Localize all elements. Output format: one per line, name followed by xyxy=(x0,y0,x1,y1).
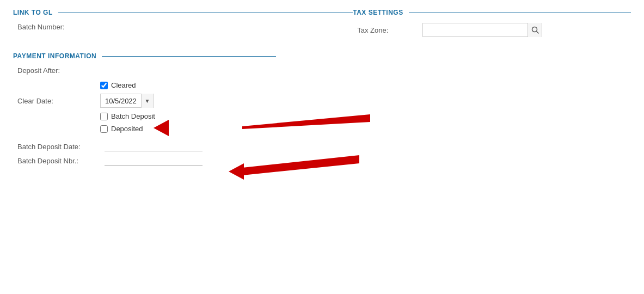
tax-zone-search-icon[interactable] xyxy=(528,23,542,37)
batch-deposit-date-label: Batch Deposit Date: xyxy=(17,143,105,151)
tax-zone-label: Tax Zone: xyxy=(357,26,422,34)
clear-date-picker[interactable]: 10/5/2022 ▼ xyxy=(100,94,154,108)
batch-deposit-nbr-label: Batch Deposit Nbr.: xyxy=(17,157,105,165)
payment-information-section: PAYMENT INFORMATION Deposit After: Clear… xyxy=(13,52,631,166)
batch-number-row: Batch Number: xyxy=(13,23,353,31)
cleared-checkbox[interactable] xyxy=(100,82,108,89)
clear-date-row: Clear Date: 10/5/2022 ▼ xyxy=(13,94,631,108)
cleared-row: Cleared xyxy=(100,81,631,89)
batch-deposit-nbr-row: Batch Deposit Nbr.: xyxy=(17,156,631,166)
cleared-label[interactable]: Cleared xyxy=(111,81,136,89)
svg-line-1 xyxy=(536,32,538,34)
link-to-gl-header: LINK TO GL xyxy=(13,9,353,16)
deposited-checkbox[interactable] xyxy=(100,125,108,133)
tax-zone-row: Tax Zone: xyxy=(353,23,631,37)
batch-number-label: Batch Number: xyxy=(17,23,83,31)
clear-date-dropdown-btn[interactable]: ▼ xyxy=(141,94,153,108)
payment-information-header: PAYMENT INFORMATION xyxy=(13,52,631,60)
tax-zone-input[interactable] xyxy=(423,25,528,35)
clear-date-label: Clear Date: xyxy=(17,97,100,105)
batch-deposit-nbr-value xyxy=(105,156,203,166)
tax-settings-divider xyxy=(409,13,631,13)
batch-deposit-date-row: Batch Deposit Date: xyxy=(17,142,631,151)
tax-settings-title: TAX SETTINGS xyxy=(353,9,403,16)
link-to-gl-title: LINK TO GL xyxy=(13,9,53,16)
cleared-checkbox-group: Cleared xyxy=(13,81,631,89)
deposit-after-row: Deposit After: xyxy=(13,66,631,75)
batch-deposit-label[interactable]: Batch Deposit xyxy=(111,112,155,120)
clear-date-value: 10/5/2022 xyxy=(101,96,141,106)
deposited-label[interactable]: Deposited xyxy=(111,125,143,133)
tax-settings-header: TAX SETTINGS xyxy=(353,9,631,16)
batch-deposit-row: Batch Deposit xyxy=(100,112,631,120)
bottom-fields: Batch Deposit Date: Batch Deposit Nbr.: xyxy=(13,142,631,166)
deposited-row: Deposited xyxy=(100,125,631,133)
deposit-after-label: Deposit After: xyxy=(17,66,60,75)
tax-zone-input-wrapper[interactable] xyxy=(422,23,542,37)
batch-deposit-checkbox[interactable] xyxy=(100,113,108,120)
sub-checkboxes-group: Batch Deposit Deposited xyxy=(13,112,631,133)
payment-information-divider xyxy=(102,56,276,57)
svg-marker-5 xyxy=(229,163,244,180)
payment-information-title: PAYMENT INFORMATION xyxy=(13,52,96,60)
link-to-gl-divider xyxy=(58,13,353,13)
batch-deposit-date-value xyxy=(105,142,203,151)
